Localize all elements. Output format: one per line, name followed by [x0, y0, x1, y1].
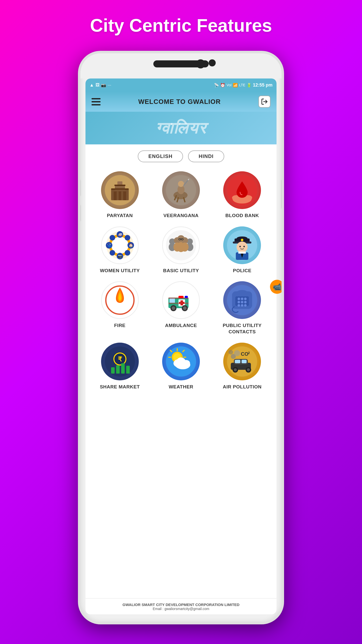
publicutility-icon — [223, 281, 261, 319]
svg-text:CO: CO — [241, 351, 248, 357]
lte-icon: LTE — [239, 83, 245, 87]
paryatan-item[interactable]: PARYATAN — [90, 171, 149, 219]
svg-point-92 — [238, 304, 240, 307]
fire-item[interactable]: FIRE — [90, 281, 149, 335]
svg-rect-101 — [116, 365, 120, 374]
svg-text:📷: 📷 — [118, 254, 122, 258]
logout-button[interactable] — [258, 96, 270, 108]
features-grid-container: PARYATAN — [85, 166, 277, 598]
bloodbank-icon — [223, 171, 261, 209]
svg-rect-103 — [126, 366, 130, 374]
basicutility-icon — [162, 226, 200, 264]
power-button[interactable] — [281, 179, 284, 209]
svg-rect-81 — [168, 303, 189, 304]
police-item[interactable]: POLICE — [213, 226, 272, 274]
ambulance-item[interactable]: AMBULANCE — [152, 281, 210, 335]
hindi-button[interactable]: HINDI — [188, 150, 224, 162]
floating-action-button[interactable]: 📹 — [270, 280, 284, 294]
svg-point-59 — [237, 242, 248, 253]
svg-point-90 — [241, 301, 243, 303]
publicutility-label: PUBLIC UTILITY CONTACTS — [213, 323, 272, 335]
svg-point-126 — [234, 350, 240, 356]
airpollution-icon: CO 2 — [223, 343, 261, 380]
more-icon: ··· — [108, 83, 111, 88]
weather-label: WEATHER — [169, 384, 193, 390]
svg-rect-8 — [111, 188, 129, 190]
front-camera — [196, 59, 205, 68]
cast-icon: 📡 — [214, 83, 219, 88]
svg-point-89 — [238, 301, 240, 303]
svg-rect-119 — [235, 360, 240, 363]
womenutility-item[interactable]: 🚑 🏠 📷 🩺 — [90, 226, 149, 274]
svg-point-124 — [247, 368, 250, 371]
paryatan-icon — [101, 171, 139, 209]
police-icon — [223, 226, 261, 264]
svg-point-115 — [176, 357, 186, 366]
sharemarket-item[interactable]: ₹ SHARE MARKET — [90, 343, 149, 390]
police-label: POLICE — [233, 268, 251, 274]
notch-area — [80, 53, 282, 78]
ambulance-icon — [162, 281, 200, 319]
signal-strength-icon: ▲ — [89, 83, 94, 88]
svg-point-95 — [237, 290, 247, 294]
weather-svg — [165, 345, 197, 378]
veerangana-label: VEERANGANA — [163, 213, 199, 219]
bloodbank-item[interactable]: BLOOD BANK — [213, 171, 272, 219]
ambulance-svg — [165, 284, 197, 316]
phone-signal-icon: 📶 — [233, 83, 238, 88]
footer: GWALIOR SMART CITY DEVELOPMENT CORPORATI… — [85, 598, 277, 614]
svg-text:🏠: 🏠 — [128, 243, 133, 248]
status-bar: ▲ 🖼 📷 ··· 📡 ⏰ VoI 📶 LTE 🔋 12:55 pm — [85, 78, 277, 92]
svg-point-88 — [244, 298, 247, 300]
womenutility-icon: 🚑 🏠 📷 🩺 — [101, 226, 139, 264]
english-button[interactable]: ENGLISH — [138, 150, 183, 162]
sharemarket-svg: ₹ — [104, 345, 136, 378]
svg-point-127 — [229, 350, 233, 354]
hamburger-line-1 — [92, 98, 101, 99]
publicutility-item[interactable]: PUBLIC UTILITY CONTACTS — [213, 281, 272, 335]
side-buttons-left — [78, 179, 81, 222]
womenutility-svg: 🚑 🏠 📷 🩺 — [104, 229, 136, 262]
hamburger-line-2 — [92, 101, 101, 102]
svg-point-94 — [244, 304, 247, 307]
speaker — [209, 59, 216, 66]
side-buttons-right — [281, 179, 284, 209]
hamburger-line-3 — [92, 104, 101, 105]
basicutility-label: BASIC UTILITY — [163, 268, 199, 274]
features-grid: PARYATAN — [90, 169, 272, 392]
svg-point-38 — [110, 250, 115, 256]
basicutility-svg — [165, 229, 197, 262]
city-banner: ग्वालियर — [85, 112, 277, 144]
svg-point-76 — [172, 306, 175, 310]
svg-rect-82 — [168, 298, 189, 299]
battery-icon: 🔋 — [247, 83, 252, 88]
bloodbank-label: BLOOD BANK — [225, 213, 259, 219]
veerangana-icon — [162, 171, 200, 209]
svg-point-87 — [241, 298, 243, 300]
language-selector: ENGLISH HINDI — [85, 144, 277, 166]
basicutility-item[interactable]: BASIC UTILITY — [152, 226, 210, 274]
svg-rect-120 — [242, 360, 247, 363]
fire-svg — [104, 284, 136, 316]
svg-point-61 — [243, 246, 245, 247]
instagram-icon: 📷 — [101, 83, 106, 88]
phone-frame: ▲ 🖼 📷 ··· 📡 ⏰ VoI 📶 LTE 🔋 12:55 pm — [78, 51, 284, 624]
svg-point-60 — [239, 246, 241, 247]
menu-button[interactable] — [92, 98, 101, 105]
svg-text:🩺: 🩺 — [107, 243, 111, 248]
publicutility-svg — [226, 284, 258, 316]
status-left: ▲ 🖼 📷 ··· — [89, 83, 111, 88]
time-display: 12:55 pm — [253, 83, 273, 88]
svg-point-36 — [110, 235, 115, 240]
bloodbank-svg — [227, 175, 257, 205]
svg-rect-9 — [114, 185, 125, 186]
alarm-icon: ⏰ — [220, 83, 225, 88]
volume-up-button[interactable] — [78, 179, 81, 197]
footer-org-name: GWALIOR SMART CITY DEVELOPMENT CORPORATI… — [88, 602, 274, 607]
svg-rect-102 — [121, 363, 125, 374]
volume-down-button[interactable] — [78, 204, 81, 222]
airpollution-item[interactable]: CO 2 AIR POLLUTION — [213, 343, 272, 390]
weather-item[interactable]: WEATHER — [152, 343, 210, 390]
page-title-heading: City Centric Features — [90, 15, 272, 36]
veerangana-item[interactable]: VEERANGANA — [152, 171, 210, 219]
